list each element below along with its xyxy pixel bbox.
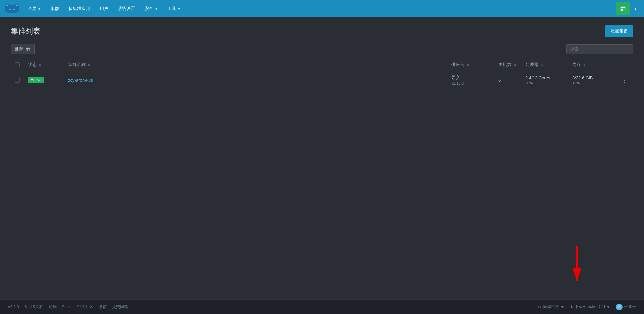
header-cpu[interactable]: 处理器 ⇅ [521, 58, 568, 71]
header-nodes[interactable]: 主机数 ⇅ [494, 58, 521, 71]
brand-icon: 云 [616, 304, 623, 310]
row-provider-cell: 导入 v1.16.3 [447, 71, 494, 89]
download-icon: ⬇ [570, 305, 573, 309]
cpu-sort-icon: ⇅ [540, 63, 543, 67]
nav-profile-btn[interactable] [616, 2, 630, 15]
header-name[interactable]: 集群名称 ⇅ [64, 58, 447, 71]
svg-rect-8 [621, 7, 623, 8]
row-checkbox-cell [11, 71, 24, 89]
memory-sort-icon: ⇅ [583, 63, 586, 67]
search-input[interactable] [566, 44, 633, 54]
tools-chevron-icon: ▼ [177, 7, 181, 11]
top-nav: 全局 ▼ 集群 多集群应用 用户 系统设置 安全 ▼ 工具 ▼ ▼ [0, 0, 644, 17]
provider-main: 导入 [451, 75, 490, 81]
table-header-row: 状态 ⇅ 集群名称 ⇅ 供应商 ⇅ 主机数 ⇅ 处理器 ⇅ [11, 58, 633, 71]
status-sort-icon: ⇅ [39, 63, 41, 67]
security-chevron-icon: ▼ [155, 7, 158, 11]
svg-rect-9 [623, 7, 625, 8]
svg-point-6 [13, 9, 15, 10]
svg-point-4 [16, 5, 18, 6]
header-memory[interactable]: 内存 ⇅ [568, 58, 615, 71]
memory-pct: 13% [572, 81, 611, 85]
footer-left: v2.3.3 帮助&文档 论坛 Slack 中文社区 微信 提交问题 [8, 304, 128, 310]
svg-point-5 [9, 9, 11, 10]
footer-link-help[interactable]: 帮助&文档 [24, 304, 43, 310]
row-memory-cell: 3/22.6 GiB 13% [568, 71, 615, 89]
main-content: 集群列表 添加集群 删除 🗑 状态 ⇅ 集群名称 ⇅ [0, 17, 644, 299]
footer-link-chinese-community[interactable]: 中文社区 [77, 304, 93, 310]
provider-sort-icon: ⇅ [467, 63, 469, 67]
add-cluster-button[interactable]: 添加集群 [605, 25, 633, 37]
header-status[interactable]: 状态 ⇅ [24, 58, 64, 71]
header-checkbox-col [11, 58, 24, 71]
delete-button[interactable]: 删除 🗑 [11, 44, 35, 54]
table-row: Active zcy-arch-k8s 导入 v1.16.3 6 2.4/12 … [11, 71, 633, 89]
row-cpu-cell: 2.4/12 Cores 20% [521, 71, 568, 89]
svg-rect-11 [623, 9, 625, 11]
memory-main: 3/22.6 GiB [572, 75, 611, 80]
nav-multi-cluster-app[interactable]: 多集群应用 [64, 0, 95, 17]
footer-link-slack[interactable]: Slack [62, 305, 72, 309]
svg-point-3 [7, 5, 8, 6]
nav-cluster[interactable]: 集群 [46, 0, 64, 17]
nav-security[interactable]: 安全 ▼ [140, 0, 163, 17]
row-checkbox[interactable] [15, 78, 20, 83]
lang-label: 简体中文 [543, 304, 559, 310]
cpu-main: 2.4/12 Cores [525, 75, 564, 80]
nav-users[interactable]: 用户 [95, 0, 113, 17]
footer-version: v2.3.3 [8, 305, 19, 309]
row-actions-button[interactable]: ⋮ [619, 76, 629, 84]
header-provider[interactable]: 供应商 ⇅ [447, 58, 494, 71]
footer-right: ⚙ 简体中文 ▼ ⬇ 下载Rancher CLI ▼ 云 亿速云 [538, 304, 636, 310]
header-actions [615, 58, 633, 71]
nav-profile-chevron-icon[interactable]: ▼ [631, 7, 640, 11]
nav-tools[interactable]: 工具 ▼ [163, 0, 185, 17]
svg-rect-10 [621, 9, 623, 11]
trash-icon: 🗑 [26, 47, 30, 52]
node-count: 6 [498, 78, 501, 83]
name-sort-icon: ⇅ [88, 63, 90, 67]
row-nodes-cell: 6 [494, 71, 521, 89]
toolbar: 删除 🗑 [11, 44, 633, 54]
nav-system-settings[interactable]: 系统设置 [113, 0, 140, 17]
footer: v2.3.3 帮助&文档 论坛 Slack 中文社区 微信 提交问题 ⚙ 简体中… [0, 299, 644, 314]
select-all-checkbox[interactable] [15, 62, 20, 67]
nodes-sort-icon: ⇅ [514, 63, 516, 67]
footer-lang-selector[interactable]: ⚙ 简体中文 ▼ [538, 304, 565, 310]
status-badge: Active [28, 77, 44, 83]
brand-label: 亿速云 [624, 304, 636, 310]
cpu-pct: 20% [525, 81, 564, 85]
cluster-name-link[interactable]: zcy-arch-k8s [68, 78, 93, 83]
cluster-table: 状态 ⇅ 集群名称 ⇅ 供应商 ⇅ 主机数 ⇅ 处理器 ⇅ [11, 58, 633, 89]
nav-logo [4, 3, 20, 15]
row-status-cell: Active [24, 71, 64, 89]
provider-version: v1.16.3 [451, 81, 490, 85]
download-label: 下载Rancher CLI [575, 304, 605, 310]
page-title: 集群列表 [11, 26, 40, 36]
footer-link-issues[interactable]: 提交问题 [112, 304, 128, 310]
page-header: 集群列表 添加集群 [11, 25, 633, 37]
footer-link-wechat[interactable]: 微信 [99, 304, 107, 310]
lang-chevron-icon: ▼ [560, 305, 565, 309]
footer-brand: 云 亿速云 [616, 304, 636, 310]
lang-icon: ⚙ [538, 305, 542, 309]
table-body: Active zcy-arch-k8s 导入 v1.16.3 6 2.4/12 … [11, 71, 633, 89]
nav-global[interactable]: 全局 ▼ [23, 0, 46, 17]
footer-download-cli[interactable]: ⬇ 下载Rancher CLI ▼ [570, 304, 610, 310]
row-name-cell: zcy-arch-k8s [64, 71, 447, 89]
global-chevron-icon: ▼ [38, 7, 41, 11]
footer-link-forum[interactable]: 论坛 [49, 304, 57, 310]
row-actions-cell: ⋮ [615, 71, 633, 89]
download-chevron-icon: ▼ [606, 305, 610, 309]
